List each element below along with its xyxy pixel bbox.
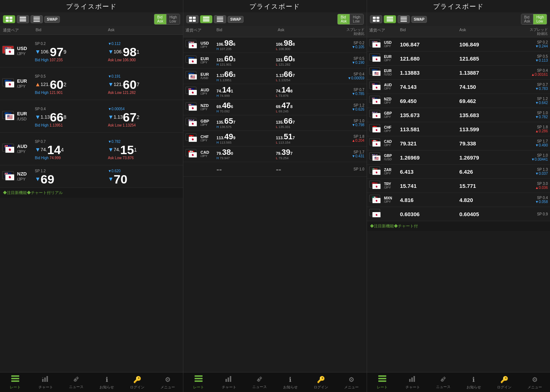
col-sp-2: スプレッド始値比 [339,28,364,36]
svg-rect-13 [189,20,192,22]
ask-cell-usd-jpy-1: ▼0.112 ▼ 106. 98 1 Ask Low 106.900 [108,40,181,62]
svg-rect-0 [6,17,9,19]
svg-rect-20 [217,20,223,20]
key-icon-1: 🔑 [133,376,141,384]
panel-3-toolbar: SWAP BidAsk HighLow [367,12,550,26]
nav-rate-1[interactable]: レート [0,372,30,392]
list2-btn-2[interactable] [214,15,226,23]
info-icon-3: ℹ [472,376,475,384]
svg-rect-11 [189,17,192,19]
rate-row-eur-usd-1: 🇪🇺 🇺🇸 EUR /USD SP 0.4 ▼ 1.13 66 8 [0,100,183,133]
nav-login-1[interactable]: 🔑 ログイン [122,372,152,392]
grid-btn-2[interactable] [186,15,199,23]
panel-1: プライスボード SWAP BidAsk HighLow 通貨ペア Bid Ask [0,0,183,372]
rate-row-eur-jpy-2: 🇪🇺 🇯🇵 EUR /JPY 121. 60 3 H 121.901 [183,53,366,69]
list2-btn-3[interactable] [398,15,410,23]
nav-chart-3[interactable]: チャート [398,372,428,392]
svg-rect-4 [20,17,26,18]
panel-3-headers: 通貨ペア Bid Ask スプレッド始値比 [367,26,550,37]
panel-2-rates: 🇺🇸 🇯🇵 USD /JPY 106. 98 6 H 107.235 [183,37,366,372]
list2-btn-1[interactable] [30,15,43,23]
mode-toggle-3: BidAsk HighLow [521,14,547,25]
rate-row-partial-2: -- -- SP 1.0 [183,162,366,177]
info-icon-2: ℹ [289,376,292,384]
currency-cell-usd-jpy-1: 🇺🇸 🇯🇵 USD /JPY [2,46,35,57]
col-ask-2: Ask [278,28,339,36]
rate-row-cad-jpy-3: 🇨🇦 🇯🇵 CAD /JPY 79.321 79.338 SP 1.7 ▼0.4… [367,136,550,150]
nav-chart-2[interactable]: チャート [214,372,244,392]
nav-menu-3[interactable]: ⚙ メニュー [520,372,550,392]
svg-rect-36 [42,379,44,382]
rate-row-zar-jpy-3: 🇿🇦 🇯🇵 ZAR /JPY 6.413 6.426 SP 1.3 ▼0.037 [367,165,550,179]
rate-row-eur-usd-2: 🇪🇺 🇺🇸 EUR /USD 1.13 66 3 H 1.13951 [183,69,366,84]
highlow-btn-2[interactable]: HighLow [350,14,363,24]
rate-row-partial-3: 🏳 🇯🇵 0.60306 0.60405 SP 0.9 [367,207,550,221]
svg-rect-44 [228,377,229,382]
ask-arrow-usd-jpy-1: ▼ [108,49,114,55]
news-icon-1: 🗞 [73,376,80,383]
nav-rate-3[interactable]: レート [367,372,398,392]
rate-row-aud-jpy-1: 🇦🇺 🇯🇵 AUD /JPY SP 0.7 ▼ 74. 14 4 [0,133,183,165]
panel-1-rates: 🇺🇸 🇯🇵 USD /JPY SP 0.2 ▼ 106. 97 9 [0,35,183,372]
swap-btn-3[interactable]: SWAP [411,16,427,23]
list-btn-3[interactable] [384,15,396,23]
news-icon-2: 🗞 [256,376,263,383]
highlow-btn-3[interactable]: HighLow [533,14,547,24]
rate-icon-1 [11,375,19,384]
svg-rect-47 [378,378,386,379]
nav-login-2[interactable]: 🔑 ログイン [306,372,336,392]
menu-icon-3: ⚙ [532,376,538,384]
list-btn-2[interactable] [200,15,212,23]
rate-row-eur-jpy-1: 🇪🇺 🇯🇵 EUR /JPY SP 0.5 ▲ 121. 60 2 [0,67,183,100]
svg-rect-42 [195,380,203,382]
nav-rate-2[interactable]: レート [183,372,214,392]
panel-2-toolbar: SWAP BidAsk HighLow [183,12,366,26]
grid-btn-1[interactable] [3,15,15,23]
bidask-btn-2[interactable]: BidAsk [338,14,350,24]
svg-rect-38 [46,376,48,382]
svg-rect-37 [44,377,46,382]
nav-login-3[interactable]: 🔑 ログイン [489,372,520,392]
swap-btn-1[interactable]: SWAP [44,16,60,23]
nav-info-3[interactable]: ℹ お知らせ [459,372,489,392]
svg-rect-46 [378,375,386,377]
rate-row-aud-jpy-2: 🇦🇺 🇯🇵 AUD /JPY 74. 14 1 H 74.999 [183,84,366,100]
nav-news-3[interactable]: 🗞 ニュース [428,372,459,392]
col-pair-3: 通貨ペア [369,28,400,36]
rate-row-nzd-jpy-2: 🇳🇿 🇯🇵 NZD /JPY 69. 46 6 H 70.092 [183,100,366,115]
nav-info-1[interactable]: ℹ お知らせ [91,372,122,392]
bidask-btn-3[interactable]: BidAsk [521,14,534,24]
panel-1-title: プライスボード [0,0,183,12]
col-pair-1: 通貨ペア [3,28,36,33]
nav-menu-2[interactable]: ⚙ メニュー [336,372,367,392]
nav-news-2[interactable]: 🗞 ニュース [244,372,275,392]
svg-rect-30 [400,18,407,19]
bidask-btn-1[interactable]: BidAsk [154,14,167,24]
svg-rect-25 [376,20,379,22]
grid-btn-3[interactable] [370,15,382,23]
nav-news-1[interactable]: 🗞 ニュース [61,372,91,392]
currency-cell-eur-usd-1: 🇪🇺 🇺🇸 EUR /USD [2,111,35,122]
mode-toggle-2: BidAsk HighLow [337,14,363,25]
swap-btn-2[interactable]: SWAP [228,16,243,23]
rate-row-chf-jpy-2: 🇨🇭 🇯🇵 CHF /JPY 113. 49 9 H 113.565 [183,131,366,147]
nav-info-2[interactable]: ℹ お知らせ [275,372,306,392]
rate-row-usd-jpy-1: 🇺🇸 🇯🇵 USD /JPY SP 0.2 ▼ 106. 97 9 [0,35,183,67]
svg-rect-33 [11,375,19,377]
col-bid-2: Bid [216,28,278,36]
svg-rect-8 [33,18,40,19]
svg-rect-27 [387,18,393,20]
panel-1-toolbar: SWAP BidAsk HighLow [0,12,183,26]
rate-row-gbp-jpy-2: 🇬🇧 🇯🇵 GBP /JPY 135. 65 7 H 136.575 [183,115,366,131]
highlow-btn-1[interactable]: HighLow [167,14,180,24]
nav-menu-1[interactable]: ⚙ メニュー [152,372,183,392]
list-btn-1[interactable] [17,15,29,23]
nav-chart-1[interactable]: チャート [30,372,61,392]
rate-row-gbp-jpy-3: 🇬🇧 🇯🇵 GBP /JPY 135.673 135.683 SP 1.0 ▼0… [367,108,550,122]
mode-toggle-1: BidAsk HighLow [154,14,180,25]
svg-rect-1 [9,17,12,19]
panel-3-title: プライスボード [367,0,550,12]
svg-rect-17 [203,20,209,21]
key-icon-3: 🔑 [500,376,508,384]
rate-row-nzd-jpy-3: 🇳🇿 🇯🇵 NZD /JPY 69.450 69.462 SP 1.2 ▼0.6… [367,94,550,108]
